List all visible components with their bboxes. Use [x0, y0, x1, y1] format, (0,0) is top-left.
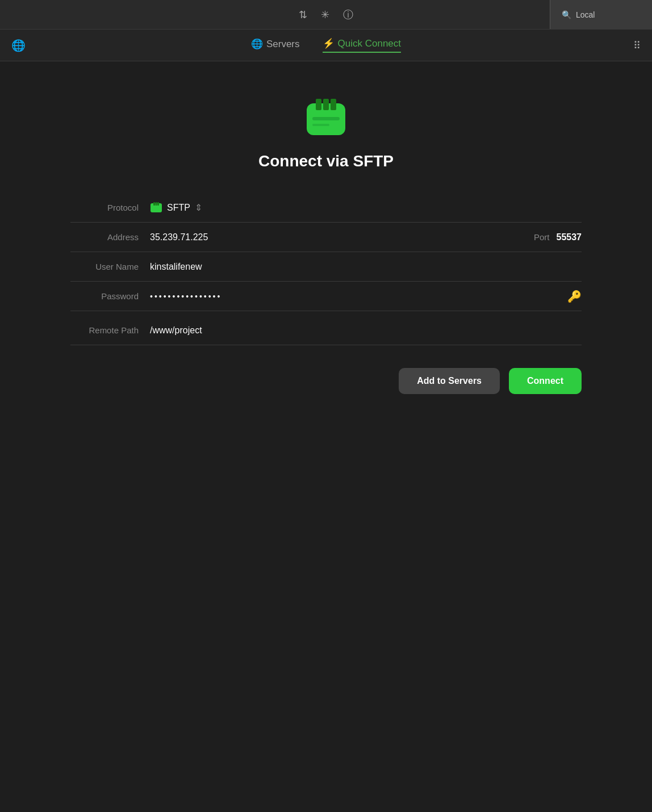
username-label: User Name — [70, 262, 150, 271]
tab-servers[interactable]: 🌐 Servers — [251, 38, 300, 52]
sftp-icon — [303, 95, 349, 141]
address-label: Address — [70, 232, 150, 242]
remote-path-value — [150, 325, 582, 336]
key-icon[interactable]: 🔑 — [567, 290, 582, 303]
grid-icon[interactable]: ⠿ — [633, 39, 641, 52]
quick-connect-tab-label: Quick Connect — [338, 38, 402, 49]
port-value: 55537 — [557, 232, 582, 242]
svg-rect-8 — [156, 202, 157, 206]
globe-icon-left[interactable]: 🌐 — [11, 39, 26, 52]
servers-globe-icon: 🌐 — [251, 38, 263, 50]
sftp-icon-wrapper — [303, 95, 349, 141]
password-dots: •••••••••••••••• — [150, 292, 221, 301]
local-search-icon: 🔍 — [562, 10, 571, 19]
password-label: Password — [70, 291, 150, 301]
password-value: •••••••••••••••• 🔑 — [150, 292, 582, 301]
connect-button[interactable]: Connect — [509, 368, 582, 394]
port-label: Port — [534, 232, 550, 242]
username-input[interactable] — [150, 262, 582, 272]
protocol-label: Protocol — [70, 203, 150, 212]
info-icon[interactable]: ⓘ — [343, 8, 353, 22]
protocol-name-value: SFTP — [167, 203, 190, 213]
local-label: Local — [576, 10, 595, 19]
protocol-stepper[interactable]: ⇕ — [195, 202, 202, 213]
username-value — [150, 262, 582, 272]
spinner-icon[interactable]: ✳ — [321, 9, 329, 21]
svg-rect-2 — [323, 99, 329, 110]
form-container: Protocol SFTP ⇕ Address — [70, 193, 582, 345]
tab-group: 🌐 Servers ⚡ Quick Connect — [251, 37, 401, 53]
connect-title: Connect via SFTP — [258, 152, 394, 170]
svg-rect-9 — [157, 202, 159, 206]
servers-tab-label: Servers — [266, 39, 300, 50]
svg-rect-1 — [316, 99, 321, 110]
address-input[interactable] — [150, 232, 528, 242]
port-section: Port 55537 — [534, 232, 582, 242]
add-to-servers-button[interactable]: Add to Servers — [399, 368, 500, 394]
protocol-selector[interactable]: SFTP ⇕ — [150, 202, 202, 214]
svg-rect-7 — [153, 202, 155, 206]
address-value: Port 55537 — [150, 232, 582, 242]
svg-rect-3 — [331, 99, 336, 110]
protocol-row: Protocol SFTP ⇕ — [70, 193, 582, 223]
username-row: User Name — [70, 252, 582, 282]
remote-path-label: Remote Path — [70, 325, 150, 335]
remote-path-row: Remote Path — [70, 316, 582, 345]
lightning-icon: ⚡ — [323, 37, 335, 49]
svg-rect-5 — [312, 124, 329, 126]
transfer-icon[interactable]: ⇅ — [299, 9, 307, 21]
local-dropdown[interactable]: 🔍 Local — [550, 0, 652, 29]
remote-path-input[interactable] — [150, 325, 582, 336]
password-row: Password •••••••••••••••• 🔑 — [70, 282, 582, 311]
tab-quick-connect[interactable]: ⚡ Quick Connect — [323, 37, 402, 53]
main-content: Connect via SFTP Protocol SFTP ⇕ — [0, 61, 652, 428]
address-row: Address Port 55537 — [70, 223, 582, 252]
svg-rect-4 — [312, 117, 340, 120]
button-row: Add to Servers Connect — [70, 368, 582, 394]
tabbar: 🌐 🌐 Servers ⚡ Quick Connect ⠿ — [0, 30, 652, 61]
protocol-value: SFTP ⇕ — [150, 202, 582, 214]
protocol-sftp-icon — [150, 202, 162, 214]
titlebar: ⇅ ✳ ⓘ 🔍 Local — [0, 0, 652, 30]
